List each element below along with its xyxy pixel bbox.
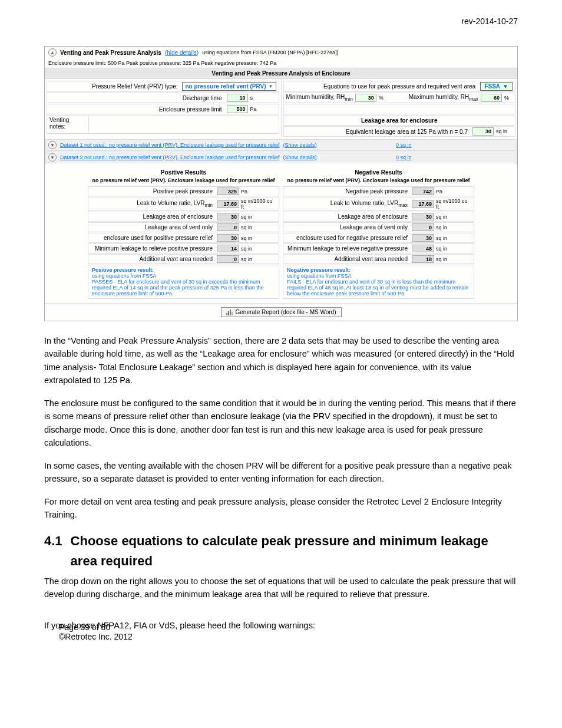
- pos-result-row: Minimum leakage to relieve positive pres…: [88, 243, 279, 253]
- pos-result-unit: sq in: [241, 214, 276, 220]
- neg-result-label: Leak to Volume ratio, LVRmax: [286, 200, 410, 208]
- ela-row: Equivalent leakage area at 125 Pa with n…: [283, 126, 516, 137]
- pos-result-unit: Pa: [241, 189, 276, 195]
- pos-result-row: Leakage area of vent only0sq in: [88, 222, 279, 232]
- pos-result-row: Positive peak pressure325Pa: [88, 186, 279, 196]
- neg-result-unit: sq in: [436, 256, 471, 262]
- neg-result-row: Leakage area of enclosure30sq in: [283, 212, 474, 222]
- neg-result-unit: sq in: [436, 214, 471, 220]
- equations-dropdown[interactable]: FSSA ▼: [480, 82, 513, 91]
- page-number: Page 39 of 50: [59, 622, 133, 632]
- max-humidity-label: Maximum humidity, RHmax: [409, 94, 478, 102]
- neg-result-row: enclosure used for negative pressure rel…: [283, 233, 474, 243]
- document-body: In the “Venting and Peak Pressure Analys…: [44, 334, 518, 632]
- min-humidity-unit: %: [379, 95, 387, 101]
- discharge-time-unit: s: [250, 95, 276, 101]
- neg-result-label: enclosure used for negative pressure rel…: [286, 235, 410, 241]
- dataset-1-row: ▼ Dataset 1 not used.: no pressure relie…: [45, 139, 517, 151]
- pos-result-value: 0: [217, 223, 239, 231]
- pos-result-value: 30: [217, 213, 239, 220]
- neg-result-unit: sq in: [436, 225, 471, 230]
- ela-input[interactable]: 30: [472, 127, 494, 136]
- show-details-link[interactable]: (Show details): [283, 154, 317, 160]
- min-humidity-label: Minimum humidity, RHmin: [286, 94, 353, 102]
- neg-result-value: 0: [412, 223, 434, 231]
- neg-result-label: Leakage area of vent only: [286, 224, 410, 230]
- neg-result-value: 30: [412, 234, 434, 242]
- equations-use-row: Equations to use for peak pressure and r…: [283, 81, 516, 92]
- neg-result-row: Leakage area of vent only0sq in: [283, 222, 474, 232]
- prv-type-value: no pressure relief vent (PRV): [185, 83, 266, 90]
- expand-icon[interactable]: ▼: [48, 153, 57, 162]
- pos-note-title: Positive pressure result:: [92, 267, 275, 273]
- discharge-time-row: Discharge time 10 s: [47, 93, 279, 103]
- positive-results: Positive Results no pressure relief vent…: [86, 166, 281, 301]
- min-humidity-input[interactable]: 30: [355, 94, 376, 102]
- negative-subtitle: no pressure relief vent (PRV). Enclosure…: [282, 177, 475, 186]
- generate-report-button[interactable]: Generate Report (docx file - MS Word): [221, 307, 342, 317]
- prv-type-row: Pressure Relief Vent (PRV) type: no pres…: [47, 81, 279, 92]
- right-column: Equations to use for peak pressure and r…: [281, 79, 518, 139]
- panel-summary: Enclosure pressure limit: 500 Pa Peak po…: [48, 60, 276, 66]
- max-humidity-unit: %: [504, 95, 513, 101]
- neg-result-unit: sq in/1000 cu ft: [436, 198, 471, 210]
- enclosure-limit-label: Enclosure pressure limit: [49, 106, 224, 113]
- neg-result-label: Negative peak pressure: [286, 188, 410, 195]
- neg-result-label: Leakage area of enclosure: [286, 213, 410, 220]
- negative-results: Negative Results no pressure relief vent…: [281, 166, 476, 301]
- dataset-2-row: ▼ Dataset 2 not used.: no pressure relie…: [45, 151, 517, 163]
- discharge-time-label: Discharge time: [49, 95, 224, 101]
- paragraph-5: The drop down on the right allows you to…: [44, 575, 518, 601]
- svg-rect-1: [228, 311, 229, 315]
- paragraph-4: For more detail on vent area testing and…: [44, 495, 518, 522]
- neg-result-value: 17.69: [412, 200, 434, 208]
- negative-title: Negative Results: [282, 167, 475, 177]
- pos-result-label: Additional vent area needed: [91, 256, 215, 262]
- neg-note-line2: FAILS - ELA for enclosure and vent of 30…: [287, 279, 470, 297]
- pos-result-unit: sq in: [241, 225, 276, 230]
- pos-result-label: Minimum leakage to relieve positive pres…: [91, 245, 215, 252]
- dataset-1-value: 0 sq in: [396, 142, 514, 148]
- dataset-2-label: Dataset 2 not used.: no pressure relief …: [60, 154, 280, 160]
- equations-value: FSSA: [484, 83, 500, 90]
- pos-result-value: 325: [217, 187, 239, 195]
- max-humidity-input[interactable]: 60: [481, 94, 502, 102]
- venting-notes-row: Venting notes:: [47, 115, 279, 134]
- pos-result-value: 30: [217, 234, 239, 242]
- neg-result-unit: sq in: [436, 246, 471, 252]
- neg-result-label: Additional vent area needed: [286, 256, 410, 262]
- neg-note-line1: using equations from FSSA: [287, 273, 470, 279]
- collapse-icon[interactable]: ▲: [48, 48, 57, 57]
- pos-result-unit: sq in: [241, 246, 276, 252]
- ela-unit: sq in: [496, 129, 513, 134]
- enclosure-limit-unit: Pa: [250, 106, 276, 112]
- prv-type-dropdown[interactable]: no pressure relief vent (PRV) ▼: [182, 82, 276, 91]
- hide-details-link[interactable]: (hide details): [165, 50, 199, 56]
- pos-result-label: Leakage area of vent only: [91, 224, 215, 230]
- venting-notes-input[interactable]: [88, 116, 279, 133]
- neg-result-value: 48: [412, 245, 434, 252]
- pos-result-value: 0: [217, 255, 239, 263]
- neg-result-value: 18: [412, 255, 434, 263]
- generate-report-label: Generate Report (docx file - MS Word): [236, 309, 336, 315]
- neg-result-row: Leak to Volume ratio, LVRmax17.69sq in/1…: [283, 197, 474, 211]
- blank-row: [283, 104, 516, 114]
- pos-result-row: Additional vent area needed0sq in: [88, 254, 279, 264]
- enclosure-limit-input[interactable]: 500: [227, 105, 248, 113]
- chevron-down-icon: ▼: [269, 84, 273, 89]
- neg-result-row: Negative peak pressure742Pa: [283, 186, 474, 196]
- svg-rect-0: [226, 313, 227, 315]
- left-column: Pressure Relief Vent (PRV) type: no pres…: [45, 79, 281, 139]
- page-footer: Page 39 of 50 ©Retrotec Inc. 2012: [59, 622, 133, 641]
- pos-result-label: Positive peak pressure: [91, 188, 215, 195]
- venting-notes-label: Venting notes:: [47, 116, 88, 133]
- discharge-time-input[interactable]: 10: [227, 94, 248, 102]
- expand-icon[interactable]: ▼: [48, 141, 57, 149]
- positive-subtitle: no pressure relief vent (PRV). Enclosure…: [87, 177, 280, 186]
- show-details-link[interactable]: (Show details): [283, 142, 317, 148]
- copyright: ©Retrotec Inc. 2012: [59, 632, 133, 641]
- panel-banner: Venting and Peak Pressure Analysis of En…: [45, 68, 517, 79]
- dataset-2-value: 0 sq in: [396, 154, 514, 160]
- positive-title: Positive Results: [87, 167, 280, 177]
- report-icon: [226, 309, 233, 315]
